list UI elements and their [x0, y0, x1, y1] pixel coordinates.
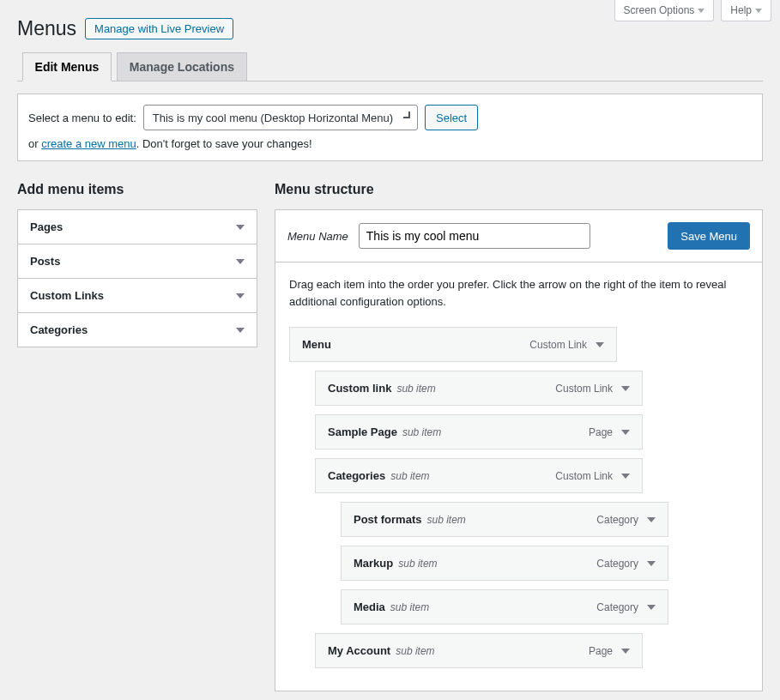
- panel-label: Categories: [30, 323, 88, 336]
- menu-select-box: Select a menu to edit: This is my cool m…: [17, 94, 763, 161]
- menu-item[interactable]: Categoriessub itemCustom Link: [315, 458, 643, 493]
- menu-item-title: Sample Page: [328, 425, 397, 438]
- page-title: Menus: [17, 17, 76, 40]
- instructions-text: Drag each item into the order you prefer…: [289, 276, 748, 310]
- menu-structure-heading: Menu structure: [275, 182, 763, 197]
- menu-item-sublabel: sub item: [396, 383, 435, 395]
- menu-item[interactable]: MenuCustom Link: [289, 327, 617, 362]
- menu-name-input[interactable]: [359, 223, 590, 249]
- panel-custom-links[interactable]: Custom Links: [18, 279, 257, 312]
- menu-item[interactable]: Markupsub itemCategory: [341, 546, 668, 581]
- menu-item-type: Custom Link: [555, 383, 613, 395]
- menu-item-title: Post formats: [354, 513, 421, 526]
- menu-item-sublabel: sub item: [426, 514, 465, 526]
- menu-name-label: Menu Name: [287, 230, 348, 243]
- live-preview-button[interactable]: Manage with Live Preview: [85, 18, 233, 39]
- tabs: Edit Menus Manage Locations: [17, 52, 763, 81]
- menu-item-type: Custom Link: [529, 339, 587, 351]
- menu-edit-box: Menu Name Save Menu Drag each item into …: [275, 209, 763, 691]
- save-reminder-text: . Don't forget to save your changes!: [136, 137, 312, 150]
- add-items-heading: Add menu items: [17, 182, 257, 197]
- menu-item-title: Categories: [328, 469, 385, 482]
- menu-item-sublabel: sub item: [398, 558, 437, 570]
- menu-item-type: Page: [589, 645, 613, 657]
- panel-label: Pages: [30, 220, 63, 233]
- menu-item-title: Markup: [354, 557, 393, 570]
- selected-menu-name: This is my cool menu (Desktop Horizontal…: [153, 112, 393, 124]
- triangle-down-icon[interactable]: [647, 517, 656, 522]
- or-text: or: [28, 137, 41, 150]
- menu-item[interactable]: Sample Pagesub itemPage: [315, 414, 643, 450]
- panel-label: Custom Links: [30, 289, 104, 302]
- menu-item-sublabel: sub item: [402, 426, 441, 438]
- panel-posts[interactable]: Posts: [18, 244, 257, 278]
- menu-item-type: Category: [596, 558, 638, 570]
- select-menu-label: Select a menu to edit:: [28, 112, 136, 124]
- triangle-down-icon: [236, 259, 245, 264]
- menu-item-title: Media: [354, 600, 385, 613]
- menu-item-type: Page: [589, 426, 613, 438]
- menu-item[interactable]: Custom linksub itemCustom Link: [315, 371, 643, 406]
- triangle-down-icon[interactable]: [596, 342, 604, 347]
- panel-categories[interactable]: Categories: [18, 313, 257, 347]
- triangle-down-icon[interactable]: [647, 605, 656, 610]
- menu-item-type: Custom Link: [555, 470, 613, 482]
- menu-select-dropdown[interactable]: This is my cool menu (Desktop Horizontal…: [143, 105, 418, 130]
- triangle-down-icon[interactable]: [647, 561, 656, 566]
- triangle-down-icon: [236, 293, 245, 299]
- menu-items-list: MenuCustom LinkCustom linksub itemCustom…: [289, 327, 748, 668]
- menu-item-title: Menu: [302, 338, 331, 351]
- tab-manage-locations[interactable]: Manage Locations: [117, 52, 247, 81]
- menu-item-type: Category: [596, 514, 638, 526]
- triangle-down-icon[interactable]: [621, 430, 630, 435]
- menu-item-type: Category: [596, 601, 638, 613]
- triangle-down-icon[interactable]: [621, 649, 630, 654]
- menu-item-sublabel: sub item: [396, 645, 434, 657]
- triangle-down-icon[interactable]: [621, 474, 630, 479]
- menu-item-sublabel: sub item: [390, 470, 429, 482]
- triangle-down-icon[interactable]: [621, 386, 630, 391]
- menu-item[interactable]: My Accountsub itemPage: [315, 633, 643, 668]
- menu-item-title: Custom link: [328, 382, 391, 395]
- save-menu-button[interactable]: Save Menu: [668, 222, 750, 250]
- select-menu-button[interactable]: Select: [425, 105, 478, 130]
- panel-pages[interactable]: Pages: [18, 210, 257, 244]
- tab-edit-menus[interactable]: Edit Menus: [22, 52, 112, 81]
- chevron-down-icon: [403, 112, 410, 118]
- menu-item-title: My Account: [328, 644, 390, 657]
- menu-item-sublabel: sub item: [390, 601, 429, 613]
- triangle-down-icon: [236, 225, 245, 230]
- create-new-menu-link[interactable]: create a new menu: [41, 137, 136, 150]
- menu-item[interactable]: Mediasub itemCategory: [341, 589, 668, 625]
- panel-label: Posts: [30, 255, 60, 268]
- triangle-down-icon: [236, 328, 245, 333]
- menu-item[interactable]: Post formatssub itemCategory: [341, 502, 668, 537]
- add-items-accordion: Pages Posts Custom Links: [17, 209, 257, 347]
